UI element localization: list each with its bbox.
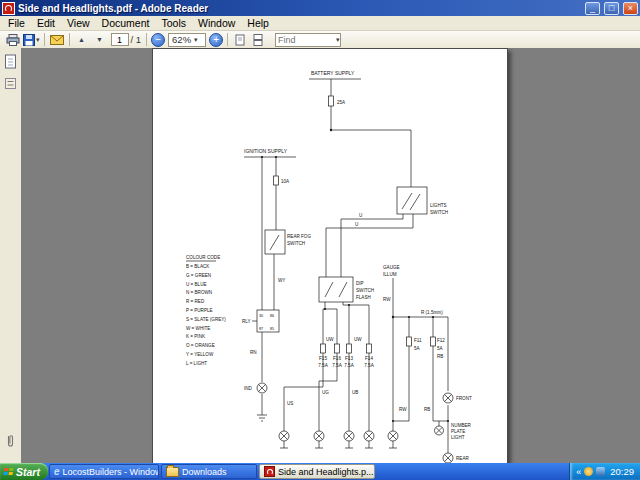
fuse-rating: 7.5A xyxy=(318,363,328,368)
find-input[interactable] xyxy=(276,35,336,45)
page-number-input[interactable] xyxy=(111,33,129,46)
menu-view[interactable]: View xyxy=(61,17,96,29)
toolbar: ▾ ▲ ▼ / 1 − 62% ▾ + xyxy=(0,31,640,49)
toolbar-separator xyxy=(69,33,70,46)
wire-label: UG xyxy=(322,390,329,395)
adobe-reader-window: Side and Headlights.pdf - Adobe Reader _… xyxy=(0,0,640,480)
folder-icon xyxy=(166,467,179,477)
next-page-button[interactable]: ▼ xyxy=(91,32,109,47)
lights-switch: LIGHTS SWITCH U U xyxy=(326,187,448,277)
gauge-illumination: GAUGE ILLUM RW xyxy=(383,265,400,431)
tray-icon[interactable] xyxy=(584,467,593,476)
find-dropdown-caret[interactable]: ▾ xyxy=(336,36,340,44)
battery-supply-label: BATTERY SUPPLY xyxy=(311,70,355,76)
taskbar-item-pdf[interactable]: Side and Headlights.p... xyxy=(259,464,375,479)
menu-help[interactable]: Help xyxy=(241,17,275,29)
print-button[interactable] xyxy=(4,32,22,47)
zoom-in-button[interactable]: + xyxy=(209,33,223,47)
pdf-page[interactable]: BATTERY SUPPLY 25A IGNITION SUPPLY xyxy=(152,48,508,463)
wire-label: UW xyxy=(326,337,334,342)
maximize-button[interactable]: □ xyxy=(604,2,619,15)
taskbar-item-locostbuilders[interactable]: e LocostBuilders - Window... xyxy=(49,464,159,479)
rear-fog-switch-label: SWITCH xyxy=(287,241,305,246)
wire-label: US xyxy=(287,401,293,406)
side-light-circuit: R (1.5mm) F11 5A RW F12 5A RB xyxy=(392,310,472,463)
gauge-illum-label: GAUGE xyxy=(383,265,400,270)
single-page-view-button[interactable] xyxy=(231,32,249,47)
legend-entry: N = BROWN xyxy=(186,290,212,295)
legend-entry: P = PURPLE xyxy=(186,308,213,313)
number-plate-label: LIGHT xyxy=(451,435,465,440)
wire-label: RW xyxy=(399,407,407,412)
taskbar-item-downloads[interactable]: Downloads xyxy=(161,464,257,479)
ignition-supply-label: IGNITION SUPPLY xyxy=(244,148,288,154)
task-label: Downloads xyxy=(182,467,227,477)
menu-window[interactable]: Window xyxy=(192,17,241,29)
relay-terminal: 30 xyxy=(259,314,263,318)
fuse-rating: 5A xyxy=(437,346,444,351)
number-plate-label: NUMBER xyxy=(451,423,472,428)
legend-entry: G = GREEN xyxy=(186,273,211,278)
colour-code-title: COLOUR CODE xyxy=(186,255,220,260)
headlamp-row xyxy=(279,431,398,448)
fuse-rating: 7.5A xyxy=(364,363,374,368)
taskbar-clock: 20:29 xyxy=(608,466,634,477)
menu-edit[interactable]: Edit xyxy=(31,17,61,29)
colour-code-legend: COLOUR CODE B = BLACK G = GREEN U = BLUE… xyxy=(186,255,226,366)
fuse-rating: 7.5A xyxy=(344,363,354,368)
zoom-level-select[interactable]: 62% ▾ xyxy=(168,33,206,47)
pages-panel-icon[interactable] xyxy=(4,54,17,69)
wire-label: RB xyxy=(424,407,430,412)
menu-bar: File Edit View Document Tools Window Hel… xyxy=(0,16,640,31)
internet-explorer-icon: e xyxy=(54,467,60,477)
legend-entry: O = ORANGE xyxy=(186,343,215,348)
close-button[interactable]: × xyxy=(623,2,638,15)
bookmarks-panel-icon[interactable] xyxy=(4,77,17,90)
lights-switch-label: SWITCH xyxy=(430,210,448,215)
email-button[interactable] xyxy=(48,32,66,47)
fuse-label: F11 xyxy=(414,338,422,343)
fuse-rating: 5A xyxy=(414,346,421,351)
menu-document[interactable]: Document xyxy=(96,17,156,29)
previous-page-button[interactable]: ▲ xyxy=(73,32,91,47)
taskbar: Start e LocostBuilders - Window... Downl… xyxy=(0,463,640,480)
relay-terminal: 86 xyxy=(270,314,274,318)
page-down-icon: ▼ xyxy=(96,36,103,43)
zoom-out-button[interactable]: − xyxy=(151,33,165,47)
tray-icon[interactable] xyxy=(596,467,605,476)
save-icon xyxy=(23,34,35,46)
legend-entry: R = RED xyxy=(186,299,205,304)
menu-tools[interactable]: Tools xyxy=(155,17,192,29)
wire-label: WY xyxy=(278,278,285,283)
continuous-view-button[interactable] xyxy=(249,32,267,47)
start-button-label: Start xyxy=(16,466,40,478)
save-dropdown-caret: ▾ xyxy=(36,36,40,44)
relay: 30 86 87 85 RLY RN IND xyxy=(242,310,279,421)
minimize-button[interactable]: _ xyxy=(585,2,600,15)
task-label: Side and Headlights.p... xyxy=(278,467,374,477)
relay-label: RLY xyxy=(242,319,251,324)
rear-lamp-label: REAR xyxy=(456,456,469,461)
page-count-label: / 1 xyxy=(131,34,142,45)
fuse-label: F12 xyxy=(437,338,445,343)
legend-entry: U = BLUE xyxy=(186,282,207,287)
window-title: Side and Headlights.pdf - Adobe Reader xyxy=(18,3,581,14)
continuous-view-icon xyxy=(253,34,263,46)
wire-label: RW xyxy=(383,297,391,302)
menu-file[interactable]: File xyxy=(2,17,31,29)
page-up-icon: ▲ xyxy=(78,36,85,43)
title-bar: Side and Headlights.pdf - Adobe Reader _… xyxy=(0,0,640,16)
document-area: BATTERY SUPPLY 25A IGNITION SUPPLY xyxy=(21,48,640,463)
toolbar-separator xyxy=(44,33,45,46)
save-button[interactable]: ▾ xyxy=(22,32,41,47)
attachments-panel-icon[interactable] xyxy=(5,433,16,449)
tray-collapse-chevron[interactable]: « xyxy=(576,467,581,477)
wire-label: R (1.5mm) xyxy=(421,310,443,315)
dip-switch-label: FLASH xyxy=(356,295,371,300)
start-button[interactable]: Start xyxy=(0,463,48,480)
zoom-level-value: 62% xyxy=(172,34,191,45)
wire-label: U xyxy=(355,222,358,227)
task-label: LocostBuilders - Window... xyxy=(63,467,159,477)
email-icon xyxy=(50,35,64,45)
lights-switch-label: LIGHTS xyxy=(430,203,447,208)
